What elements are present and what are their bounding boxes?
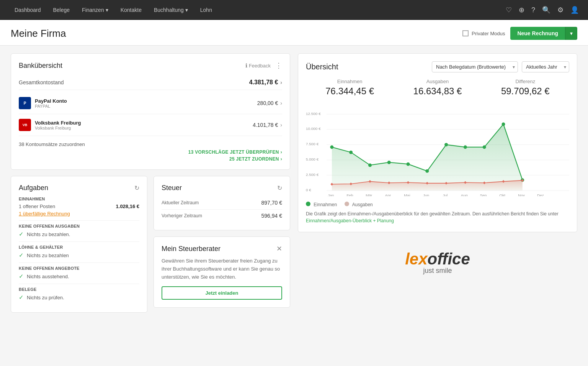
svg-text:Aug: Aug [461,193,468,196]
svg-text:Okt: Okt [500,193,506,196]
svg-text:Mär: Mär [366,193,372,196]
steuer-title: Steuer [162,184,182,192]
nav-kontakte[interactable]: Kontakte [115,4,147,16]
lexoffice-logo: lexoffice [405,250,470,268]
aufgaben-einnahmen: Einnahmen 1 offener Posten 1.028,16 € 1 … [19,197,139,217]
aufgaben-refresh-icon[interactable]: ↻ [134,184,139,192]
svg-text:Sep: Sep [480,193,487,196]
svg-text:10.000 €: 10.000 € [306,126,321,131]
einnahmen-legend-dot [306,202,310,206]
new-invoice-btn-group: Neue Rechnung ▾ [510,27,577,40]
bank-card-menu[interactable]: ⋮ [275,61,282,70]
einnahmen-legend: Einnahmen [306,202,337,207]
divider3 [19,263,139,263]
overdue-row: 1 überfällige Rechnung [19,211,139,217]
einnahmen-legend-label: Einnahmen [314,202,337,207]
bank-card-header-right: ℹ Feedback ⋮ [245,61,282,70]
nav-dashboard[interactable]: Dashboard [9,4,46,16]
nav-lohn[interactable]: Lohn [195,4,217,16]
overview-filters: Nach Belegdatum (Bruttowerte) Aktuelles … [432,61,569,72]
navbar: Dashboard Belege Finanzen ▾ Kontakte Buc… [0,0,588,20]
question-circle-icon[interactable]: ? [531,6,535,14]
steuer-row1: Aktueller Zeitraum 897,70 € [162,197,282,210]
svg-point-22 [501,123,505,126]
svg-point-21 [483,145,486,149]
new-invoice-dropdown-button[interactable]: ▾ [565,27,577,40]
aufgaben-angebote: Keine offenen Angebote ✓ Nichts ausstehe… [19,266,139,280]
svg-marker-12 [332,124,523,190]
logo-wrapper: lexoffice just smile [405,250,470,275]
private-mode-toggle[interactable]: Privater Modus [462,30,505,36]
stat-ausgaben-label: Ausgaben [394,79,481,84]
bank-total-label: Gesamtkontostand [19,79,64,85]
aufgaben-title: Aufgaben [19,184,48,192]
svg-point-20 [464,145,467,149]
filter1-select[interactable]: Nach Belegdatum (Bruttowerte) [432,61,518,72]
nav-icons: ♡ ⊕ ? 🔍 ⚙ 👤 [506,6,579,14]
stat-einnahmen: Einnahmen 76.344,45 € [306,79,394,97]
bank-card: Bankübersicht ℹ Feedback ⋮ Gesamtkontost… [11,53,290,170]
nav-finanzen[interactable]: Finanzen ▾ [77,4,114,16]
gear-icon[interactable]: ⚙ [557,6,564,14]
logo-office: office [428,250,470,268]
bank-account-volksbank-info: VB Volksbank Freiburg Volksbank Freiburg [19,119,81,131]
steuerberater-title: Mein Steuerberater [162,245,220,253]
volksbank-chevron[interactable]: › [280,122,282,128]
nav-buchhaltung[interactable]: Buchhaltung ▾ [149,4,193,16]
feedback-button[interactable]: ℹ Feedback [245,62,271,69]
bank-action2[interactable]: 25 JETZT ZUORDNEN › [229,156,282,162]
svg-text:0 €: 0 € [306,188,311,192]
right-column: Übersicht Nach Belegdatum (Bruttowerte) … [298,53,577,313]
svg-text:7.500 €: 7.500 € [306,142,319,146]
feedback-label: Feedback [249,63,271,69]
bank-unassigned-label: 38 Kontoumsätze zuzuordnen [19,141,282,147]
logo-lex: lex [405,250,427,268]
paypal-chevron[interactable]: › [280,100,282,106]
stat-einnahmen-label: Einnahmen [306,79,394,84]
svg-point-14 [349,151,353,154]
ausgaben-check: Nichts zu bezahlen. [27,231,70,237]
bank-account-paypal: P PayPal Konto PAYPAL 280,00 € › [19,92,282,114]
nav-belege[interactable]: Belege [48,4,75,16]
overview-title: Übersicht [306,62,338,71]
bank-footer-actions: 13 VORSCHLÄGE JETZT ÜBERPRÜFEN › 25 JETZ… [19,149,282,162]
aufgaben-loehne: Löhne & Gehälter ✓ Nichts zu bezahlen [19,245,139,259]
user-icon[interactable]: 👤 [570,6,579,14]
check-icon-ausgaben: ✓ [19,231,24,238]
loehne-check: Nichts zu bezahlen [27,253,69,258]
private-mode-checkbox[interactable] [462,30,469,36]
check-icon-belege: ✓ [19,294,24,301]
steuerberater-close-button[interactable]: ✕ [276,245,282,253]
header-right: Privater Modus Neue Rechnung ▾ [462,27,577,40]
overview-card: Übersicht Nach Belegdatum (Bruttowerte) … [298,53,577,232]
overdue-link[interactable]: 1 überfällige Rechnung [19,211,70,217]
angebote-check-row: ✓ Nichts ausstehend. [19,273,139,280]
filter2-select[interactable]: Aktuelles Jahr [522,61,569,72]
stat-einnahmen-value: 76.344,45 € [306,86,394,97]
bank-action1[interactable]: 13 VORSCHLÄGE JETZT ÜBERPRÜFEN › [188,149,282,155]
steuer-row2: Vorheriger Zeitraum 596,94 € [162,210,282,222]
bank-total-amount: 4.381,78 € › [249,79,282,86]
steuer-refresh-icon[interactable]: ↻ [277,184,282,192]
plus-circle-icon[interactable]: ⊕ [519,6,524,14]
steuer-label2: Vorheriger Zeitraum [162,213,202,219]
belege-check-row: ✓ Nichts zu prüfen. [19,294,139,301]
bottom-row: Aufgaben ↻ Einnahmen 1 offener Posten 1.… [11,176,290,313]
steuerberater-invite-button[interactable]: Jetzt einladen [162,286,282,300]
main-content: Bankübersicht ℹ Feedback ⋮ Gesamtkontost… [0,46,588,320]
search-icon[interactable]: 🔍 [542,6,550,14]
chart-note-link[interactable]: Einnahmen/Ausgaben-Überblick + Planung [306,218,394,223]
svg-text:Dez: Dez [537,193,544,196]
bank-total-chevron[interactable]: › [280,79,282,85]
page-title: Meine Firma [11,28,66,39]
feedback-icon: ℹ [245,62,247,69]
steuerberater-card: Mein Steuerberater ✕ Gewähren Sie ihrem … [154,236,290,308]
heart-icon[interactable]: ♡ [506,6,512,14]
bank-card-header: Bankübersicht ℹ Feedback ⋮ [19,61,282,70]
chart-note-text: Die Grafik zeigt den Einnahmen-/Ausgaben… [306,211,559,217]
svg-text:Jul: Jul [443,193,448,196]
ausgaben-label: Keine offenen Ausgaben [19,224,139,228]
angebote-check: Nichts ausstehend. [27,274,69,279]
steuer-label1: Aktueller Zeitraum [162,200,199,206]
new-invoice-button[interactable]: Neue Rechnung [510,27,565,40]
